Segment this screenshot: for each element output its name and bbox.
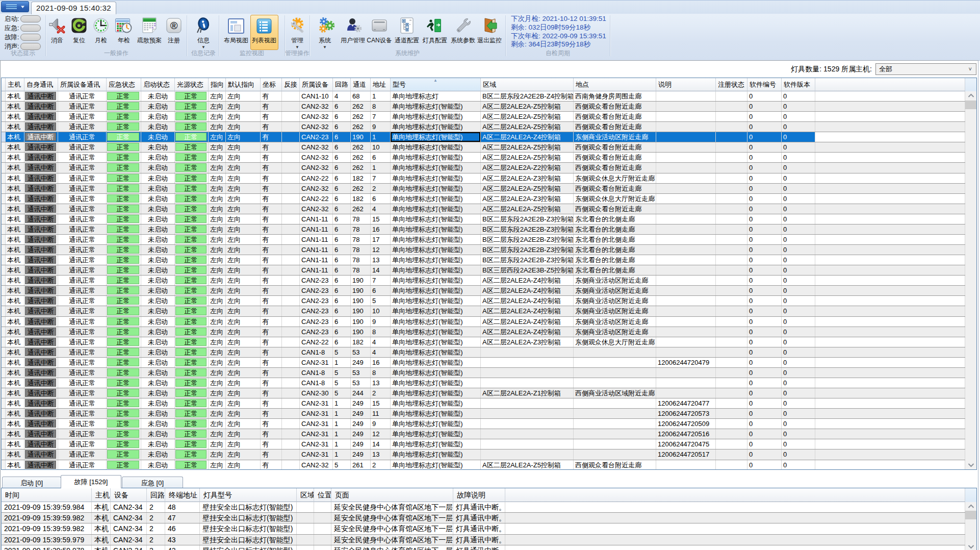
svg-text:®: ® [170,20,178,31]
